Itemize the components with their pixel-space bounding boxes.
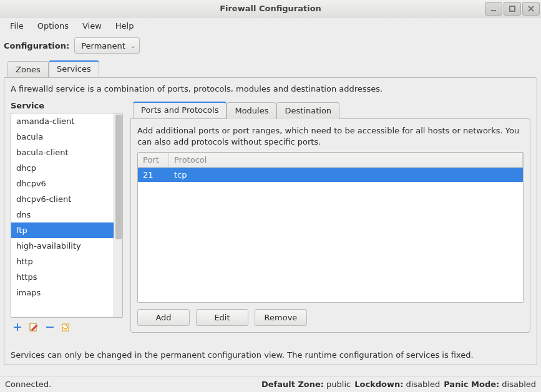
cell-protocol: tcp <box>169 168 523 182</box>
service-item[interactable]: bacula-client <box>11 145 114 160</box>
status-zone-label: Default Zone: <box>261 380 324 389</box>
menu-help[interactable]: Help <box>109 19 140 33</box>
tab-zones[interactable]: Zones <box>7 61 49 78</box>
header-port[interactable]: Port <box>138 153 169 167</box>
service-item[interactable]: https <box>11 269 114 285</box>
inner-tabs: Ports and Protocols Modules Destination <box>130 101 530 118</box>
scrollbar-thumb[interactable] <box>115 115 122 239</box>
plus-icon <box>13 323 22 332</box>
menubar: File Options View Help <box>0 17 541 34</box>
config-row: Configuration: Permanent ⌄ <box>0 34 541 60</box>
tab-services[interactable]: Services <box>49 60 99 77</box>
status-lockdown-value: disabled <box>406 380 440 389</box>
header-protocol[interactable]: Protocol <box>169 153 523 167</box>
window-title: Firewall Configuration <box>0 4 541 13</box>
chevron-down-icon: ⌄ <box>130 42 135 49</box>
service-item[interactable]: ftp <box>11 222 114 238</box>
status-zone-value: public <box>326 380 351 389</box>
ports-page: Add additional ports or port ranges, whi… <box>130 118 530 333</box>
add-service-button[interactable] <box>12 322 23 333</box>
statusbar: Connected. Default Zone: public Lockdown… <box>0 376 541 392</box>
service-scrollbar[interactable] <box>114 113 122 317</box>
svg-rect-1 <box>510 6 515 11</box>
detail-panel: Ports and Protocols Modules Destination … <box>130 101 530 333</box>
maximize-icon <box>509 6 515 12</box>
ports-table[interactable]: Port Protocol 21tcp <box>137 152 524 303</box>
edit-service-button[interactable] <box>28 322 39 333</box>
remove-service-button[interactable] <box>44 322 56 333</box>
close-button[interactable] <box>522 2 540 16</box>
menu-view[interactable]: View <box>76 19 108 33</box>
menu-file[interactable]: File <box>4 19 30 33</box>
service-item[interactable]: imaps <box>11 285 114 300</box>
service-item[interactable]: dns <box>11 207 114 222</box>
status-lockdown-label: Lockdown: <box>354 380 403 389</box>
service-list-container: amanda-clientbaculabacula-clientdhcpdhcp… <box>11 113 123 318</box>
load-defaults-button[interactable] <box>61 322 72 333</box>
table-header: Port Protocol <box>138 153 523 168</box>
window-controls <box>485 0 541 17</box>
service-heading: Service <box>11 101 123 110</box>
cell-port: 21 <box>138 168 169 182</box>
service-toolbar <box>11 318 123 333</box>
tab-modules[interactable]: Modules <box>227 102 276 119</box>
service-item[interactable]: dhcpv6-client <box>11 191 114 207</box>
maximize-button[interactable] <box>504 2 521 16</box>
add-button[interactable]: Add <box>137 309 190 326</box>
service-item[interactable]: dhcp <box>11 160 114 176</box>
tab-destination[interactable]: Destination <box>276 102 339 119</box>
titlebar: Firewall Configuration <box>0 0 541 17</box>
close-icon <box>528 6 534 12</box>
ports-description: Add additional ports or port ranges, whi… <box>137 125 524 147</box>
service-item[interactable]: high-availability <box>11 238 114 254</box>
minus-icon <box>46 323 54 332</box>
menu-options[interactable]: Options <box>31 19 75 33</box>
service-panel: Service amanda-clientbaculabacula-client… <box>11 101 123 333</box>
config-combo-value: Permanent <box>81 41 125 50</box>
ports-buttons: Add Edit Remove <box>137 309 524 326</box>
config-combo[interactable]: Permanent ⌄ <box>74 37 140 54</box>
service-item[interactable]: dhcpv6 <box>11 176 114 191</box>
footer-note: Services can only be changed in the perm… <box>11 350 474 360</box>
table-row[interactable]: 21tcp <box>138 168 523 182</box>
reload-icon <box>62 323 71 332</box>
table-body: 21tcp <box>138 168 523 182</box>
edit-icon <box>29 323 38 332</box>
service-item[interactable]: bacula <box>11 129 114 145</box>
tab-ports-protocols[interactable]: Ports and Protocols <box>133 102 227 118</box>
config-label: Configuration: <box>4 41 69 50</box>
remove-button[interactable]: Remove <box>255 309 307 326</box>
minimize-icon <box>490 6 497 12</box>
service-list[interactable]: amanda-clientbaculabacula-clientdhcpdhcp… <box>11 113 114 317</box>
status-panic-value: disabled <box>502 380 536 389</box>
services-page: A firewalld service is a combination of … <box>4 77 537 365</box>
panes: Service amanda-clientbaculabacula-client… <box>11 101 530 333</box>
minimize-button[interactable] <box>485 2 502 16</box>
service-item[interactable]: http <box>11 254 114 269</box>
outer-tabs: Zones Services <box>0 60 541 77</box>
edit-button[interactable]: Edit <box>196 309 248 326</box>
services-description: A firewalld service is a combination of … <box>11 84 530 93</box>
service-item[interactable]: amanda-client <box>11 113 114 129</box>
status-connection: Connected. <box>5 380 51 389</box>
status-panic-label: Panic Mode: <box>444 380 499 389</box>
